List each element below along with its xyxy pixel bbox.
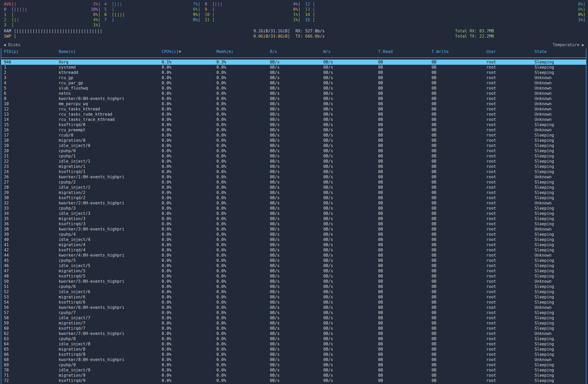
process-row[interactable]: 19idle_inject/00.0%0.0%0B/s0B/s0B0BrootS… xyxy=(1,143,586,148)
column-header-cpu-c[interactable]: CPU%(c)▼ xyxy=(162,49,216,54)
column-header-user[interactable]: User xyxy=(486,49,535,54)
column-header-t-read[interactable]: T.Read xyxy=(378,49,432,54)
process-row[interactable]: 3rcu_gp0.0%0.0%0B/s0B/s0B0BrootUnknown xyxy=(1,75,586,80)
process-row[interactable]: 26kworker/1:0H-events_highpri0.0%0.0%0B/… xyxy=(1,174,586,180)
process-row[interactable]: 5slub_flushwq0.0%0.0%0B/s0B/s0B0BrootUnk… xyxy=(1,86,586,91)
process-row[interactable]: 53migration/60.0%0.0%0B/s0B/s0B0BrootSle… xyxy=(1,294,586,300)
process-row[interactable]: 16rcu_preempt0.0%0.0%0B/s0B/s0B0BrootUnk… xyxy=(1,127,586,133)
process-row[interactable]: 57cpuhp/70.0%0.0%0B/s0B/s0B0BrootSleepin… xyxy=(1,310,586,315)
process-row[interactable]: 48ksoftirqd/50.0%0.0%0B/s0B/s0B0BrootSle… xyxy=(1,274,586,279)
process-row[interactable]: 62kworker/7:0H-events_highpri0.0%0.0%0B/… xyxy=(1,331,586,336)
process-row[interactable]: 60ksoftirqd/70.0%0.0%0B/s0B/s0B0BrootSle… xyxy=(1,326,586,331)
cell-r-per-s: 0B/s xyxy=(270,112,323,117)
process-row[interactable]: 45cpuhp/50.0%0.0%0B/s0B/s0B0BrootSleepin… xyxy=(1,258,586,263)
cell-w-per-s: 0B/s xyxy=(323,357,378,362)
cell-state: Sleeping xyxy=(535,263,586,268)
cpu-meter-2-spacer xyxy=(19,17,93,22)
cell-mem: 0.0% xyxy=(216,101,270,107)
process-row[interactable]: 1systemd0.0%0.0%0B/s0B/s0B0BrootSleeping xyxy=(1,65,586,70)
process-row[interactable]: 22idle_inject/10.0%0.0%0B/s0B/s0B0BrootS… xyxy=(1,159,586,164)
process-row[interactable]: 59migration/70.0%0.0%0B/s0B/s0B0BrootSle… xyxy=(1,321,586,326)
column-header-pid-p[interactable]: PID(p) xyxy=(4,49,59,54)
process-row[interactable]: 51cpuhp/60.0%0.0%0B/s0B/s0B0BrootSleepin… xyxy=(1,284,586,289)
column-header-r-s[interactable]: R/s xyxy=(270,49,323,54)
process-row[interactable]: 44kworker/4:0H-events_highpri0.0%0.0%0B/… xyxy=(1,253,586,258)
process-row[interactable]: 20cpuhp/00.0%0.0%0B/s0B/s0B0BrootSleepin… xyxy=(1,148,586,153)
cell-w-per-s: 0B/s xyxy=(323,279,378,284)
process-row[interactable]: 63cpuhp/80.0%0.0%0B/s0B/s0B0BrootSleepin… xyxy=(1,336,586,341)
cell-name: cpuhp/6 xyxy=(59,284,162,289)
process-row[interactable]: 52idle_inject/60.0%0.0%0B/s0B/s0B0BrootS… xyxy=(1,289,586,294)
nav-disks-left[interactable]: ◀ Disks xyxy=(3,42,20,48)
process-row[interactable]: 24ksoftirqd/10.0%0.0%0B/s0B/s0B0BrootSle… xyxy=(1,169,586,174)
process-row[interactable]: 15ksoftirqd/00.0%0.0%0B/s0B/s0B0BrootSle… xyxy=(1,122,586,127)
process-row[interactable]: 50kworker/5:0H-events_highpri0.0%0.0%0B/… xyxy=(1,279,586,284)
cell-name: slub_flushwq xyxy=(59,86,162,91)
process-row[interactable]: 54ksoftirqd/60.0%0.0%0B/s0B/s0B0BrootSle… xyxy=(1,300,586,305)
process-row[interactable]: 71migration/90.0%0.0%0B/s0B/s0B0BrootSle… xyxy=(1,373,586,378)
process-row[interactable]: 12rcu_tasks_kthread0.0%0.0%0B/s0B/s0B0Br… xyxy=(1,107,586,112)
process-row[interactable]: 10mm_percpu_wq0.0%0.0%0B/s0B/s0B0BrootUn… xyxy=(1,101,586,107)
cell-t-read: 0B xyxy=(378,86,432,91)
process-row[interactable]: 17rcub/00.0%0.0%0B/s0B/s0B0BrootSleeping xyxy=(1,133,586,138)
process-row[interactable]: 42ksoftirqd/40.0%0.0%0B/s0B/s0B0BrootSle… xyxy=(1,247,586,253)
process-row[interactable]: 41migration/40.0%0.0%0B/s0B/s0B0BrootSle… xyxy=(1,242,586,247)
cell-r-per-s: 0B/s xyxy=(270,321,323,326)
process-row[interactable]: 32kworker/2:0H-events_highpri0.0%0.0%0B/… xyxy=(1,200,586,206)
process-row[interactable]: 14rcu_tasks_trace_kthread0.0%0.0%0B/s0B/… xyxy=(1,117,586,122)
nav-temperature-right[interactable]: Temperature ▶ xyxy=(553,42,584,48)
column-header-w-s[interactable]: W/s xyxy=(323,49,378,54)
process-row[interactable]: 29migration/20.0%0.0%0B/s0B/s0B0BrootSle… xyxy=(1,190,586,195)
process-row[interactable]: 46idle_inject/50.0%0.0%0B/s0B/s0B0BrootS… xyxy=(1,263,586,268)
process-row[interactable]: 2kthreadd0.0%0.0%0B/s0B/s0B0BrootSleepin… xyxy=(1,70,586,75)
cell-cpu: 0.0% xyxy=(162,65,216,70)
process-row[interactable]: 27cpuhp/20.0%0.0%0B/s0B/s0B0BrootSleepin… xyxy=(1,180,586,185)
cell-t-write: 0B xyxy=(432,174,486,180)
cell-name: ksoftirqd/0 xyxy=(59,122,162,127)
process-row[interactable]: 36ksoftirqd/30.0%0.0%0B/s0B/s0B0BrootSle… xyxy=(1,221,586,227)
process-row[interactable]: 946Xorg0.1%0.3%0B/s0B/s0B0BrootSleeping xyxy=(1,60,586,65)
process-row[interactable]: 65migration/80.0%0.0%0B/s0B/s0B0BrootSle… xyxy=(1,347,586,352)
cell-pid: 12 xyxy=(4,107,59,112)
cpu-meter-14-label: 14 xyxy=(305,12,313,17)
cpu-meter-0-percent: 10%] xyxy=(91,7,100,12)
cell-r-per-s: 0B/s xyxy=(270,253,323,258)
process-row[interactable]: 33cpuhp/30.0%0.0%0B/s0B/s0B0BrootSleepin… xyxy=(1,206,586,211)
cell-w-per-s: 0B/s xyxy=(323,378,378,383)
cell-w-per-s: 0B/s xyxy=(323,180,378,185)
process-row[interactable]: 68kworker/8:0H-events_highpri0.0%0.0%0B/… xyxy=(1,357,586,362)
cell-t-read: 0B xyxy=(378,315,432,321)
process-row[interactable]: 70idle_inject/90.0%0.0%0B/s0B/s0B0BrootS… xyxy=(1,368,586,373)
process-row[interactable]: 4rcu_par_gp0.0%0.0%0B/s0B/s0B0BrootUnkno… xyxy=(1,80,586,86)
process-row[interactable]: 21cpuhp/10.0%0.0%0B/s0B/s0B0BrootSleepin… xyxy=(1,153,586,159)
process-row[interactable]: 40idle_inject/40.0%0.0%0B/s0B/s0B0BrootS… xyxy=(1,237,586,242)
cpu-meter-15-bracket: [ xyxy=(313,17,315,22)
process-row[interactable]: 47migration/50.0%0.0%0B/s0B/s0B0BrootSle… xyxy=(1,268,586,274)
process-row[interactable]: 35migration/30.0%0.0%0B/s0B/s0B0BrootSle… xyxy=(1,216,586,221)
column-header-state[interactable]: State xyxy=(535,49,586,54)
process-row[interactable]: 6netns0.0%0.0%0B/s0B/s0B0BrootUnknown xyxy=(1,91,586,96)
cell-w-per-s: 0B/s xyxy=(323,341,378,347)
cell-t-write: 0B xyxy=(432,117,486,122)
process-row[interactable]: 8kworker/0:0H-events_highpri0.0%0.0%0B/s… xyxy=(1,96,586,101)
process-row[interactable]: 64idle_inject/80.0%0.0%0B/s0B/s0B0BrootS… xyxy=(1,341,586,347)
column-header-t-write[interactable]: T.Write xyxy=(432,49,486,54)
process-row[interactable]: 23migration/10.0%0.0%0B/s0B/s0B0BrootSle… xyxy=(1,164,586,169)
cell-t-read: 0B xyxy=(378,153,432,159)
process-row[interactable]: 72ksoftirqd/90.0%0.0%0B/s0B/s0B0BrootSle… xyxy=(1,378,586,383)
process-row[interactable]: 38kworker/3:0H-events_highpri0.0%0.0%0B/… xyxy=(1,227,586,232)
process-row[interactable]: 13rcu_tasks_rude_kthread0.0%0.0%0B/s0B/s… xyxy=(1,112,586,117)
process-row[interactable]: 39cpuhp/40.0%0.0%0B/s0B/s0B0BrootSleepin… xyxy=(1,232,586,237)
cell-state: Sleeping xyxy=(535,321,586,326)
process-row[interactable]: 28idle_inject/20.0%0.0%0B/s0B/s0B0BrootS… xyxy=(1,185,586,190)
process-row[interactable]: 69cpuhp/90.0%0.0%0B/s0B/s0B0BrootSleepin… xyxy=(1,362,586,368)
column-header-name-n[interactable]: Name(n) xyxy=(59,49,162,54)
process-row[interactable]: 56kworker/6:0H-events_highpri0.0%0.0%0B/… xyxy=(1,305,586,310)
process-row[interactable]: 34idle_inject/30.0%0.0%0B/s0B/s0B0BrootS… xyxy=(1,211,586,216)
column-header-mem-m[interactable]: Mem%(m) xyxy=(216,49,270,54)
process-row[interactable]: 30ksoftirqd/20.0%0.0%0B/s0B/s0B0BrootSle… xyxy=(1,195,586,200)
process-row[interactable]: 58idle_inject/70.0%0.0%0B/s0B/s0B0BrootS… xyxy=(1,315,586,321)
cell-w-per-s: 0B/s xyxy=(323,127,378,133)
process-row[interactable]: 66ksoftirqd/80.0%0.0%0B/s0B/s0B0BrootSle… xyxy=(1,352,586,357)
process-row[interactable]: 18migration/00.0%0.0%0B/s0B/s0B0BrootSle… xyxy=(1,138,586,143)
